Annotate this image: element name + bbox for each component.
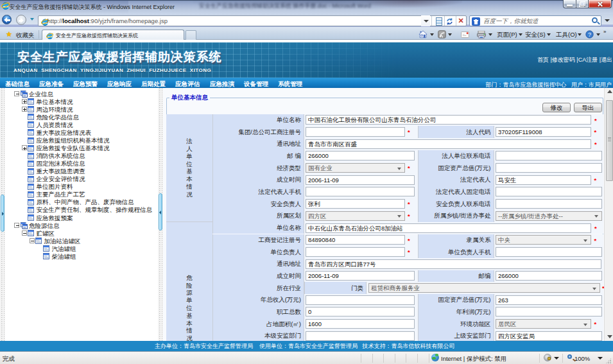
svg-text:?: ?: [588, 31, 591, 38]
